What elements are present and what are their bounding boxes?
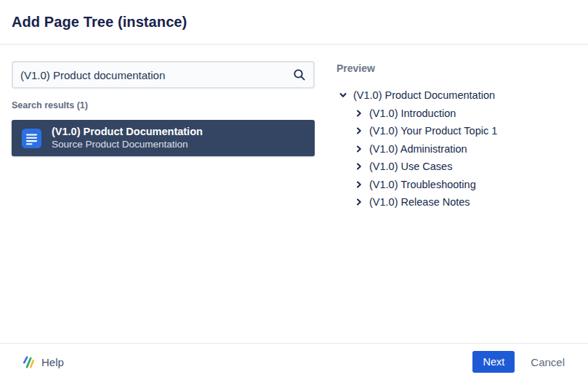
tree-item-label: (V1.0) Troubleshooting bbox=[369, 179, 476, 190]
tree-item-label: (V1.0) Use Cases bbox=[369, 161, 452, 172]
search-input[interactable] bbox=[20, 69, 287, 81]
next-button[interactable]: Next bbox=[472, 351, 515, 373]
search-result-title: (V1.0) Product Documentation bbox=[52, 125, 203, 138]
chevron-down-icon[interactable] bbox=[339, 92, 347, 99]
tree-item-label: (V1.0) Administration bbox=[369, 143, 467, 155]
tree-item-label: (V1.0) Release Notes bbox=[369, 196, 470, 208]
search-results-count: Search results (1) bbox=[12, 100, 315, 110]
tree-item[interactable]: (V1.0) Introduction bbox=[337, 105, 576, 123]
dialog-footer: Help Next Cancel bbox=[0, 343, 588, 380]
footer-actions: Next Cancel bbox=[472, 351, 565, 373]
chevron-right-icon[interactable] bbox=[355, 110, 363, 117]
tree-item[interactable]: (V1.0) Troubleshooting bbox=[337, 176, 576, 194]
chevron-right-icon[interactable] bbox=[355, 145, 363, 153]
search-result-subtitle: Source Product Documentation bbox=[52, 138, 203, 151]
search-result-text: (V1.0) Product Documentation Source Prod… bbox=[52, 125, 203, 151]
search-icon bbox=[293, 68, 306, 81]
preview-panel: Preview (V1.0) Product Documentation (V1… bbox=[337, 62, 576, 211]
chevron-right-icon[interactable] bbox=[355, 163, 363, 170]
preview-label: Preview bbox=[337, 62, 576, 74]
tree-item[interactable]: (V1.0) Use Cases bbox=[337, 158, 576, 176]
help-logo-icon bbox=[22, 355, 35, 369]
preview-tree: (V1.0) Product Documentation (V1.0) Intr… bbox=[337, 86, 576, 211]
page-title: Add Page Tree (instance) bbox=[12, 14, 187, 31]
help-label: Help bbox=[41, 356, 64, 368]
help-link[interactable]: Help bbox=[22, 355, 64, 369]
tree-item[interactable]: (V1.0) Administration bbox=[337, 140, 576, 158]
document-icon bbox=[22, 129, 41, 148]
add-page-tree-dialog: Add Page Tree (instance) Search results … bbox=[0, 0, 588, 380]
dialog-header: Add Page Tree (instance) bbox=[0, 0, 588, 45]
chevron-right-icon[interactable] bbox=[355, 181, 363, 188]
search-panel: Search results (1) (V1.0) Product Docume… bbox=[12, 61, 315, 156]
tree-item[interactable]: (V1.0) Your Product Topic 1 bbox=[337, 122, 576, 140]
tree-item-root[interactable]: (V1.0) Product Documentation bbox=[337, 86, 576, 105]
search-box bbox=[12, 61, 315, 89]
tree-item-label: (V1.0) Product Documentation bbox=[353, 89, 495, 101]
chevron-right-icon[interactable] bbox=[355, 127, 363, 134]
search-result-item[interactable]: (V1.0) Product Documentation Source Prod… bbox=[12, 120, 315, 156]
chevron-right-icon[interactable] bbox=[355, 198, 363, 206]
tree-item-label: (V1.0) Your Product Topic 1 bbox=[369, 125, 497, 137]
tree-item[interactable]: (V1.0) Release Notes bbox=[337, 193, 576, 211]
tree-item-label: (V1.0) Introduction bbox=[369, 108, 456, 119]
cancel-button[interactable]: Cancel bbox=[531, 356, 565, 368]
